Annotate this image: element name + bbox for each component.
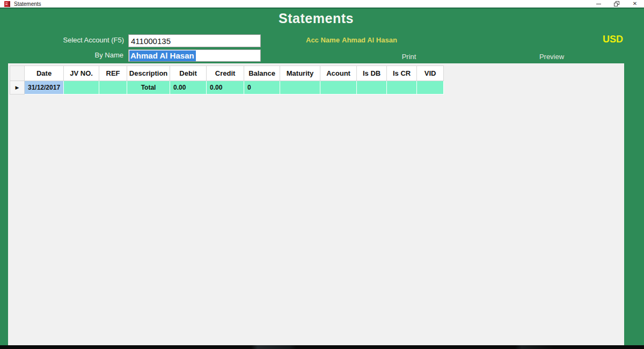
selected-text: Ahmad Al Hasan bbox=[129, 50, 196, 61]
restore-icon bbox=[614, 1, 619, 6]
taskbar[interactable] bbox=[0, 345, 644, 349]
cell-vid[interactable] bbox=[417, 81, 444, 94]
column-header-jv-no[interactable]: JV NO. bbox=[64, 66, 99, 81]
column-header-is-cr[interactable]: Is CR bbox=[387, 66, 417, 81]
minimize-icon bbox=[596, 4, 601, 4]
acc-name-label: Acc Name bbox=[306, 36, 340, 44]
cell-is-db[interactable] bbox=[357, 81, 387, 94]
column-header-vid[interactable]: VID bbox=[417, 66, 444, 81]
cell-balance[interactable]: 0 bbox=[244, 81, 280, 94]
preview-button[interactable]: Preview bbox=[529, 53, 575, 61]
close-icon: ✕ bbox=[633, 1, 637, 6]
row-selector-cell[interactable]: ▶ bbox=[10, 81, 25, 94]
cell-description[interactable]: Total bbox=[127, 81, 170, 94]
account-input[interactable] bbox=[128, 34, 261, 47]
statements-grid: Date JV NO. REF Description Debit Credit… bbox=[10, 66, 444, 94]
by-name-label: By Name bbox=[21, 51, 123, 59]
minimize-button[interactable] bbox=[589, 0, 608, 8]
statements-grid-panel: Date JV NO. REF Description Debit Credit… bbox=[8, 63, 624, 345]
cell-date[interactable]: 31/12/2017 bbox=[25, 81, 64, 94]
column-header-maturity[interactable]: Maturity bbox=[280, 66, 320, 81]
column-header-debit[interactable]: Debit bbox=[170, 66, 207, 81]
row-selector-header bbox=[10, 66, 25, 81]
close-button[interactable]: ✕ bbox=[626, 0, 644, 8]
cell-maturity[interactable] bbox=[280, 81, 320, 94]
column-header-acount[interactable]: Acount bbox=[320, 66, 357, 81]
column-header-date[interactable]: Date bbox=[25, 66, 64, 81]
column-header-description[interactable]: Description bbox=[127, 66, 170, 81]
cell-acount[interactable] bbox=[320, 81, 357, 94]
column-header-ref[interactable]: REF bbox=[99, 66, 127, 81]
column-header-is-db[interactable]: Is DB bbox=[357, 66, 387, 81]
column-header-credit[interactable]: Credit bbox=[207, 66, 244, 81]
cell-is-cr[interactable] bbox=[387, 81, 417, 94]
restore-button[interactable] bbox=[608, 0, 626, 8]
row-selector-icon: ▶ bbox=[16, 85, 19, 90]
print-button[interactable]: Print bbox=[387, 53, 430, 61]
window-controls: ✕ bbox=[589, 0, 644, 8]
cell-credit[interactable]: 0.00 bbox=[207, 81, 244, 94]
select-account-label: Select Account (F5) bbox=[21, 36, 124, 44]
cell-ref[interactable] bbox=[99, 81, 127, 94]
acc-name-value: Ahmad Al Hasan bbox=[342, 36, 397, 44]
app-icon bbox=[4, 1, 10, 7]
by-name-input[interactable]: Ahmad Al Hasan bbox=[128, 49, 261, 62]
window-titlebar: Statements ✕ bbox=[0, 0, 644, 9]
cell-jv-no[interactable] bbox=[64, 81, 99, 94]
grid-header-row: Date JV NO. REF Description Debit Credit… bbox=[10, 66, 444, 81]
column-header-balance[interactable]: Balance bbox=[244, 66, 280, 81]
statements-window-body: Statements Select Account (F5) By Name A… bbox=[0, 10, 644, 345]
window-title: Statements bbox=[14, 1, 41, 7]
page-title: Statements bbox=[0, 11, 632, 26]
table-row: ▶ 31/12/2017 Total 0.00 0.00 0 bbox=[10, 81, 444, 94]
cell-debit[interactable]: 0.00 bbox=[170, 81, 207, 94]
currency-label: USD bbox=[598, 34, 628, 45]
